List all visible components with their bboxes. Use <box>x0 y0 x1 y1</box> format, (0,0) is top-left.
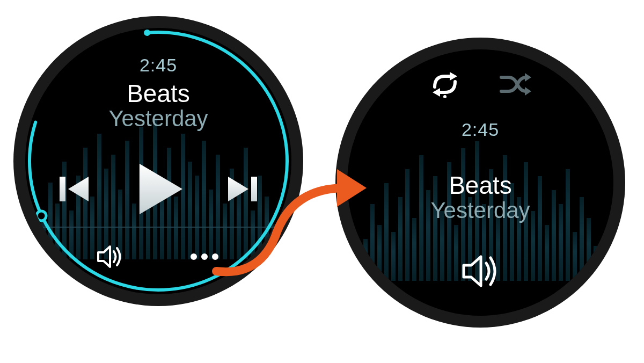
artist-name: Yesterday <box>347 198 613 223</box>
svg-point-5 <box>191 253 197 260</box>
shuffle-button[interactable] <box>499 71 532 100</box>
watch-options-screen: 2:45 Beats Yesterday <box>335 38 625 328</box>
shuffle-icon <box>499 71 532 98</box>
watch-face-options: 2:45 Beats Yesterday <box>347 49 613 316</box>
play-icon <box>129 159 188 219</box>
volume-icon <box>96 243 124 271</box>
repeat-button[interactable] <box>428 71 462 100</box>
volume-icon <box>459 250 501 292</box>
track-title: Beats <box>25 79 291 108</box>
artist-name: Yesterday <box>25 106 291 132</box>
track-title: Beats <box>347 171 613 200</box>
volume-button[interactable] <box>459 250 501 294</box>
repeat-icon <box>428 71 462 98</box>
elapsed-time: 2:45 <box>25 55 291 76</box>
svg-point-8 <box>443 95 447 98</box>
svg-rect-3 <box>60 177 65 201</box>
transition-arrow-icon <box>200 156 372 290</box>
volume-button[interactable] <box>96 243 124 273</box>
previous-track-button[interactable] <box>56 170 94 208</box>
play-button[interactable] <box>129 159 188 219</box>
previous-track-icon <box>56 170 94 208</box>
elapsed-time: 2:45 <box>347 119 613 140</box>
